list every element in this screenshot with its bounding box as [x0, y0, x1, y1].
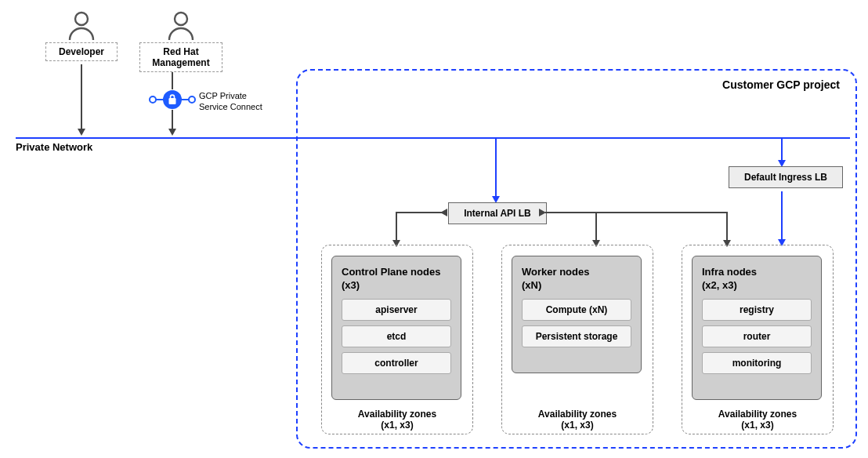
lock-icon	[163, 90, 182, 109]
arrow-dev-to-net	[81, 64, 82, 130]
infra-nodes: Infra nodes (x2, x3) registry router mon…	[692, 256, 822, 400]
infra-item-registry: registry	[702, 299, 812, 321]
worker-count: (xN)	[522, 279, 631, 291]
line-lb-to-worker-h	[545, 212, 597, 213]
svg-rect-2	[169, 98, 176, 104]
control-item-controller: controller	[342, 352, 451, 374]
control-title: Control Plane nodes	[342, 266, 451, 278]
infra-count: (x2, x3)	[702, 279, 812, 291]
control-item-etcd: etcd	[342, 325, 451, 347]
psc-dot-right	[188, 96, 196, 104]
arrowhead-lb-right	[539, 209, 546, 216]
zone-label: Availability zones	[538, 409, 617, 420]
actor-redhat: Red Hat Management	[139, 11, 222, 72]
arrow-net-to-internal-lb	[495, 139, 497, 198]
private-network-label: Private Network	[16, 141, 92, 153]
infra-item-router: router	[702, 325, 812, 347]
line-worker-to-infra-h	[597, 212, 728, 213]
redhat-label: Red Hat Management	[139, 42, 222, 72]
psc-dot-left	[149, 96, 157, 104]
worker-item-compute: Compute (xN)	[522, 299, 631, 321]
line-lb-to-control-v	[396, 212, 397, 242]
default-ingress-lb: Default Ingress LB	[729, 166, 843, 188]
svg-point-0	[75, 13, 88, 25]
line-lb-to-worker-v	[595, 212, 597, 242]
zone-worker-count: (x1, x3)	[561, 420, 593, 431]
zone-infra-count: (x1, x3)	[741, 420, 773, 431]
infra-item-monitoring: monitoring	[702, 352, 812, 374]
user-icon	[167, 11, 195, 41]
arrowhead-lb-left	[440, 209, 447, 216]
control-plane-nodes: Control Plane nodes (x3) apiserver etcd …	[331, 256, 461, 400]
control-count: (x3)	[342, 279, 451, 291]
zone-control-caption: Availability zones (x1, x3)	[322, 409, 472, 431]
arrow-redhat-lower	[172, 110, 173, 130]
arrowhead-redhat	[168, 129, 176, 136]
infra-title: Infra nodes	[702, 266, 812, 278]
actor-developer: Developer	[45, 11, 118, 61]
worker-title: Worker nodes	[522, 266, 631, 278]
arrowhead-dev	[78, 129, 85, 136]
psc-label: GCP Private Service Connect	[199, 91, 262, 113]
control-item-apiserver: apiserver	[342, 299, 451, 321]
zone-worker-caption: Availability zones (x1, x3)	[502, 409, 653, 431]
line-to-infra-v	[726, 212, 728, 242]
worker-item-storage: Persistent storage	[522, 325, 631, 347]
svg-point-1	[175, 13, 187, 25]
arrow-ingress-to-infra	[781, 191, 783, 241]
worker-nodes: Worker nodes (xN) Compute (xN) Persisten…	[512, 256, 642, 373]
developer-label: Developer	[45, 42, 118, 61]
arrow-net-to-ingress-lb	[781, 139, 783, 162]
zone-infra-caption: Availability zones (x1, x3)	[682, 409, 833, 431]
zone-label: Availability zones	[358, 409, 436, 420]
customer-project-title: Customer GCP project	[722, 78, 840, 91]
arrow-redhat-upper	[172, 72, 173, 89]
internal-api-lb: Internal API LB	[448, 202, 547, 224]
user-icon	[67, 11, 96, 41]
zone-control-count: (x1, x3)	[381, 420, 413, 431]
zone-label: Availability zones	[718, 409, 797, 420]
